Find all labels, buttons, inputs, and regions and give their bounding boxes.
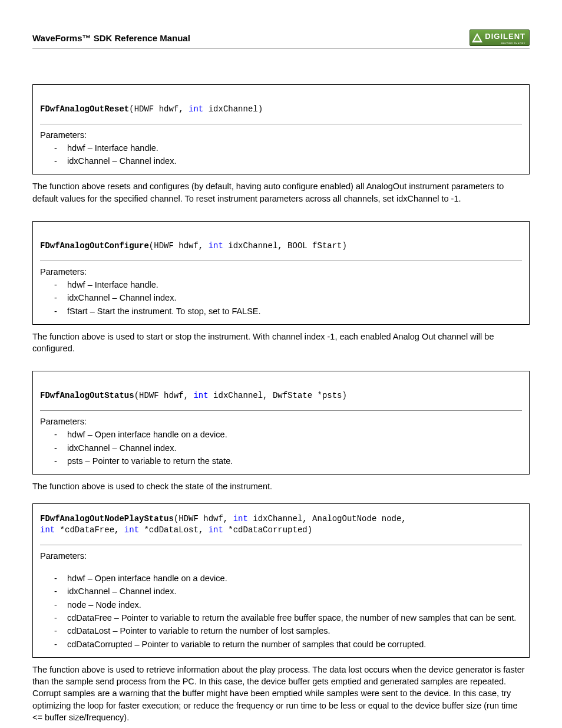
parameters-label: Parameters: bbox=[40, 550, 522, 562]
parameters-list: hdwf – Open interface handle on a device… bbox=[40, 429, 522, 467]
function-name: FDwfAnalogOutConfigure bbox=[40, 241, 149, 251]
parameters-list: hdwf – Interface handle. idxChannel – Ch… bbox=[40, 279, 522, 317]
param-item: idxChannel – Channel index. bbox=[54, 155, 522, 167]
function-signature: FDwfAnalogOutStatus(HDWF hdwf, int idxCh… bbox=[40, 390, 522, 402]
divider bbox=[40, 124, 522, 124]
param-item: hdwf – Open interface handle on a device… bbox=[54, 572, 522, 584]
function-name: FDwfAnalogOutStatus bbox=[40, 391, 134, 400]
function-name: FDwfAnalogOutNodePlayStatus bbox=[40, 514, 174, 523]
parameters-list: hdwf – Open interface handle on a device… bbox=[40, 572, 522, 650]
param-item: idxChannel – Channel index. bbox=[54, 292, 522, 304]
function-box: FDwfAnalogOutReset(HDWF hdwf, int idxCha… bbox=[32, 84, 530, 174]
parameters-label: Parameters: bbox=[40, 129, 522, 141]
param-item: hdwf – Interface handle. bbox=[54, 279, 522, 291]
divider bbox=[40, 410, 522, 411]
function-box: FDwfAnalogOutConfigure(HDWF hdwf, int id… bbox=[32, 221, 530, 325]
param-item: idxChannel – Channel index. bbox=[54, 585, 522, 597]
parameters-label: Parameters: bbox=[40, 266, 522, 278]
param-item: hdwf – Open interface handle on a device… bbox=[54, 429, 522, 440]
function-signature: FDwfAnalogOutReset(HDWF hdwf, int idxCha… bbox=[40, 104, 522, 116]
logo-triangle-icon bbox=[472, 33, 482, 42]
digilent-logo: DIGILENT BEYOND THEORY bbox=[470, 29, 530, 46]
document-page: WaveForms™ SDK Reference Manual DIGILENT… bbox=[0, 0, 562, 728]
parameters-list: hdwf – Interface handle. idxChannel – Ch… bbox=[40, 142, 522, 167]
logo-subtext: BEYOND THEORY bbox=[485, 42, 525, 45]
parameters-label: Parameters: bbox=[40, 416, 522, 427]
page-header: WaveForms™ SDK Reference Manual DIGILENT… bbox=[32, 29, 530, 49]
logo-text-wrap: DIGILENT BEYOND THEORY bbox=[485, 30, 525, 45]
function-box: FDwfAnalogOutNodePlayStatus(HDWF hdwf, i… bbox=[32, 503, 530, 658]
function-name: FDwfAnalogOutReset bbox=[40, 104, 129, 114]
function-description: The function above resets and configures… bbox=[32, 180, 530, 205]
spacer bbox=[40, 563, 522, 572]
function-description: The function above is used to check the … bbox=[32, 480, 530, 492]
param-item: idxChannel – Channel index. bbox=[54, 442, 522, 454]
function-description: The function above is used to retrieve i… bbox=[32, 664, 530, 723]
param-item: node – Node index. bbox=[54, 599, 522, 611]
doc-title: WaveForms™ SDK Reference Manual bbox=[32, 32, 190, 44]
function-box: FDwfAnalogOutStatus(HDWF hdwf, int idxCh… bbox=[32, 371, 530, 475]
divider bbox=[40, 545, 522, 545]
function-signature: FDwfAnalogOutConfigure(HDWF hdwf, int id… bbox=[40, 241, 522, 252]
param-item: cdDataFree – Pointer to variable to retu… bbox=[54, 612, 522, 624]
function-signature: FDwfAnalogOutNodePlayStatus(HDWF hdwf, i… bbox=[40, 513, 522, 536]
logo-text: DIGILENT bbox=[485, 32, 525, 41]
param-item: hdwf – Interface handle. bbox=[54, 142, 522, 154]
param-item: psts – Pointer to variable to return the… bbox=[54, 455, 522, 467]
function-description: The function above is used to start or s… bbox=[32, 331, 530, 355]
param-item: cdDataLost – Pointer to variable to retu… bbox=[54, 625, 522, 637]
param-item: cdDataCorrupted – Pointer to variable to… bbox=[54, 638, 522, 650]
param-item: fStart – Start the instrument. To stop, … bbox=[54, 305, 522, 317]
divider bbox=[40, 261, 522, 261]
